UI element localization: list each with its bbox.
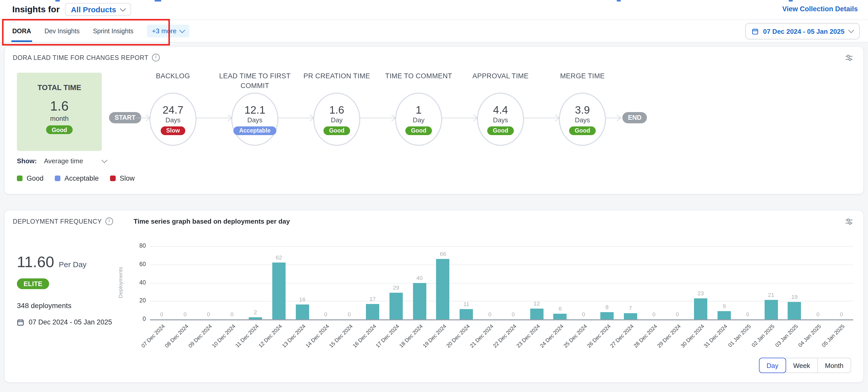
bar-value-label: 40 <box>416 275 423 281</box>
bar-14-dec-2024: 0 <box>314 246 338 319</box>
bar-value-label: 11 <box>463 301 469 307</box>
bar-value-label: 7 <box>629 305 632 311</box>
bar-series: 0000262160017294066110012608700239021190… <box>150 246 853 319</box>
bar-value-label: 0 <box>230 311 234 317</box>
bar-23-dec-2024: 12 <box>525 246 549 319</box>
stage-circle: 4.4DaysGood <box>477 93 524 146</box>
bar-15-dec-2024: 0 <box>338 246 361 319</box>
bar-26-dec-2024: 8 <box>595 246 619 319</box>
stage-circle: 1.6DayGood <box>313 93 360 146</box>
stage-unit: Days <box>165 116 180 124</box>
y-tick-label: 60 <box>139 261 146 267</box>
bar-24-dec-2024: 6 <box>548 246 572 319</box>
bar <box>717 311 731 319</box>
granularity-week-button[interactable]: Week <box>785 358 818 373</box>
show-label: Show: <box>17 157 37 165</box>
bar-22-dec-2024: 0 <box>501 246 525 319</box>
stage-badge: Good <box>405 126 432 135</box>
bar-29-dec-2024: 0 <box>665 246 689 319</box>
flow-end-pill: END <box>622 112 647 123</box>
bar-value-label: 0 <box>207 311 210 317</box>
stage-lead-time-to-first-commit: LEAD TIME TO FIRST COMMIT12.1DaysAccepta… <box>216 71 293 146</box>
cutoff-text-artifact <box>55 0 60 2</box>
bar <box>460 309 473 319</box>
bar-07-dec-2024: 0 <box>150 246 174 319</box>
lead-time-flow: START END BACKLOG24.7DaysSlowLEAD TIME T… <box>5 47 863 194</box>
view-collection-details-link[interactable]: View Collection Details <box>782 5 858 13</box>
stage-badge: Good <box>569 126 596 135</box>
bar-16-dec-2024: 17 <box>361 246 384 319</box>
cutoff-text-artifact <box>617 0 621 2</box>
y-axis-label: Deployments <box>117 267 123 298</box>
tab-sprint-insights[interactable]: Sprint Insights <box>93 20 133 42</box>
flow-arrow <box>442 118 477 118</box>
granularity-day-button[interactable]: Day <box>759 358 786 373</box>
bar <box>788 302 801 319</box>
bar <box>296 305 309 319</box>
bar-value-label: 0 <box>676 311 679 317</box>
chart-title: Time series graph based on deployments p… <box>133 217 290 225</box>
stage-backlog: BACKLOG24.7DaysSlow <box>134 71 211 146</box>
bar-11-dec-2024: 2 <box>244 246 267 319</box>
granularity-month-button[interactable]: Month <box>817 358 851 373</box>
bar-value-label: 2 <box>254 309 257 315</box>
show-select-value: Average time <box>44 157 83 165</box>
stage-circle: 1DayGood <box>395 93 442 146</box>
bar-value-label: 0 <box>652 311 655 317</box>
bar-value-label: 8 <box>606 304 609 310</box>
bar-30-dec-2024: 23 <box>689 246 713 319</box>
stage-value: 1 <box>415 103 422 116</box>
tier-badge: ELITE <box>17 278 49 289</box>
bar-20-dec-2024: 11 <box>455 246 478 319</box>
calendar-icon <box>17 319 24 326</box>
x-tick-label: 07 Dec 2024 <box>140 323 166 349</box>
calendar-icon <box>752 28 758 34</box>
bar-10-dec-2024: 0 <box>220 246 244 319</box>
bar-value-label: 0 <box>324 311 327 317</box>
bar <box>436 259 450 319</box>
bar-value-label: 19 <box>792 294 798 300</box>
tab-dora[interactable]: DORA <box>12 20 31 42</box>
bar <box>390 293 403 319</box>
stage-time-to-comment: TIME TO COMMENT1DayGood <box>380 71 457 146</box>
bar <box>554 314 567 319</box>
bar-27-dec-2024: 7 <box>619 246 642 319</box>
bar <box>272 263 286 319</box>
deploy-rate: 11.60 Per Day <box>17 253 87 271</box>
bar-04-jan-2025: 0 <box>806 246 830 319</box>
flow-arrow <box>196 118 231 118</box>
tab-dev-insights[interactable]: Dev Insights <box>44 20 80 42</box>
info-icon[interactable]: i <box>105 217 113 225</box>
show-average-select[interactable]: Average time <box>44 157 106 165</box>
date-range-picker[interactable]: 07 Dec 2024 - 05 Jan 2025 <box>745 23 860 39</box>
granularity-toggle: DayWeekMonth <box>759 358 851 373</box>
bar-value-label: 21 <box>768 292 774 298</box>
deployments-count: 348 deployments <box>17 301 71 310</box>
show-selector-row: Show: Average time <box>17 157 106 165</box>
legend-swatch <box>110 176 116 181</box>
stage-unit: Days <box>575 116 590 124</box>
stage-circle: 12.1DaysAcceptable <box>231 93 278 146</box>
stage-unit: Day <box>331 116 343 124</box>
page-title: Insights for <box>12 4 60 14</box>
stage-label: TIME TO COMMENT <box>380 71 457 92</box>
y-tick-label: 20 <box>139 298 146 304</box>
date-range-value: 07 Dec 2024 - 05 Jan 2025 <box>763 27 844 35</box>
deploy-rate-value: 11.60 <box>17 253 54 271</box>
bar <box>624 313 637 319</box>
stage-badge: Acceptable <box>234 126 276 135</box>
bar-value-label: 16 <box>299 297 306 303</box>
bar <box>366 304 379 319</box>
bar <box>413 283 426 319</box>
stage-circle: 3.9DaysGood <box>559 93 606 146</box>
tab-bar: DORADev InsightsSprint Insights +3 more … <box>0 20 868 42</box>
flow-arrow <box>137 118 150 118</box>
cutoff-text-artifact <box>155 0 161 2</box>
tab-list: DORADev InsightsSprint Insights +3 more <box>12 20 189 42</box>
more-tabs-button[interactable]: +3 more <box>147 25 189 37</box>
more-tabs-label: +3 more <box>152 27 177 35</box>
stage-value: 12.1 <box>244 103 266 116</box>
legend-item-acceptable: Acceptable <box>55 175 99 182</box>
product-selector[interactable]: All Products <box>65 3 131 16</box>
chart-settings-icon[interactable] <box>845 217 853 228</box>
